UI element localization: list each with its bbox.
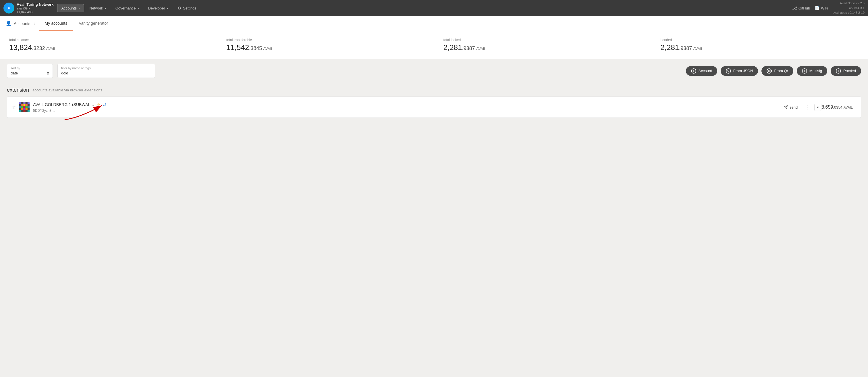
send-icon	[784, 105, 788, 109]
warning-icon: ⚠	[96, 102, 100, 107]
wiki-icon: 📄	[814, 6, 819, 10]
table-row: ☆	[7, 97, 861, 118]
developer-nav-item[interactable]: Developer ▾	[144, 4, 172, 12]
github-link[interactable]: ⎇ GitHub	[792, 5, 810, 11]
settings-nav-item[interactable]: ⚙ Settings	[174, 4, 200, 12]
accounts-section-label: 👤 Accounts	[6, 21, 30, 26]
tab-my-accounts-label: My accounts	[45, 21, 67, 26]
network-nav-item[interactable]: Network ▾	[85, 4, 110, 12]
stat-total-balance-unit: AVAIL	[46, 47, 56, 51]
network-nav-label: Network	[89, 6, 103, 10]
svg-rect-12	[28, 106, 30, 108]
stat-transferable-unit: AVAIL	[263, 47, 273, 51]
developer-nav-label: Developer	[148, 6, 165, 10]
from-qr-label: From Qr	[774, 69, 788, 73]
add-account-plus-icon: +	[691, 68, 696, 74]
svg-rect-11	[26, 106, 28, 108]
balance-decimal: .0354	[833, 105, 842, 110]
settings-gear-icon: ⚙	[178, 6, 181, 10]
github-label: GitHub	[799, 6, 810, 10]
from-json-refresh-icon: ↻	[726, 68, 731, 74]
stat-locked-whole: 2,281	[443, 43, 462, 52]
stat-locked-unit: AVAIL	[476, 47, 486, 51]
account-name-row: AVAIL GOLDBERG 1 (SUBWAL… ⚠ ⇄	[33, 102, 781, 107]
send-button[interactable]: send	[781, 104, 800, 111]
filter-control[interactable]: filter by name or tags	[57, 64, 155, 78]
multisig-button[interactable]: + Multisig	[797, 66, 827, 76]
navbar: Avail Turing Network avail/39 ▾ #1,047,4…	[0, 0, 868, 16]
governance-chevron-icon: ▾	[137, 7, 139, 10]
transfer-icon: ⇄	[103, 102, 106, 107]
stat-bonded-decimal: .9387	[679, 46, 692, 51]
svg-rect-4	[28, 102, 30, 104]
favorite-button[interactable]: ☆	[12, 104, 17, 110]
tab-vanity-generator-label: Vanity generator	[79, 21, 108, 26]
network-chevron-icon: ▾	[105, 7, 106, 10]
proxied-plus-icon: +	[836, 68, 841, 74]
wiki-label: Wiki	[821, 6, 828, 10]
accounts-nav-button[interactable]: Accounts ▾	[57, 4, 84, 12]
stat-total-balance-decimal: .3232	[32, 46, 45, 51]
stat-total-locked-label: total locked	[443, 38, 461, 42]
account-actions: send ⋮ ▾	[781, 103, 822, 112]
people-icon: 👤	[6, 21, 11, 26]
balance-display: 8,659.0354 AVAIL	[822, 105, 853, 110]
navbar-links: ⎇ GitHub 📄 Wiki	[792, 5, 828, 11]
stat-transferable-whole: 11,542	[226, 43, 249, 52]
from-qr-button[interactable]: ⊞ From Qr	[762, 66, 793, 76]
svg-rect-5	[21, 104, 23, 106]
add-account-button[interactable]: + Account	[686, 66, 717, 76]
toolbar-actions: + Account ↻ From JSON ⊞ From Qr + Multis…	[686, 66, 861, 76]
svg-rect-2	[19, 102, 21, 104]
stat-total-balance-label: total balance	[9, 38, 29, 42]
svg-rect-10	[23, 106, 25, 108]
wiki-link[interactable]: 📄 Wiki	[814, 6, 828, 10]
stat-locked-decimal: .9387	[462, 46, 475, 51]
svg-rect-8	[19, 106, 21, 108]
balance-unit: AVAIL	[844, 106, 853, 110]
svg-rect-17	[23, 110, 25, 112]
tab-my-accounts[interactable]: My accounts	[39, 16, 73, 31]
tabs-divider: ›	[34, 21, 36, 26]
extension-section-header: extension accounts available via browser…	[7, 87, 861, 93]
stat-total-balance-value: 13,824.3232AVAIL	[9, 43, 56, 52]
toolbar: sort by date filter by name or tags + Ac…	[0, 59, 868, 83]
filter-input[interactable]	[61, 71, 151, 75]
stat-bonded-label: bonded	[660, 38, 672, 42]
stat-bonded-whole: 2,281	[660, 43, 679, 52]
settings-nav-label: Settings	[183, 6, 196, 10]
version-line3: avail-apps v0.145.2-19	[833, 10, 865, 15]
brand-logo	[3, 3, 14, 13]
developer-chevron-icon: ▾	[167, 7, 168, 10]
stat-bonded-value: 2,281.9387AVAIL	[660, 43, 703, 52]
sort-control[interactable]: sort by date	[7, 64, 53, 78]
svg-rect-3	[23, 102, 25, 104]
accounts-nav-label: Accounts	[61, 6, 77, 10]
svg-rect-6	[23, 104, 25, 106]
stat-total-transferable-value: 11,542.3845AVAIL	[226, 43, 273, 52]
dropdown-button[interactable]: ▾	[814, 104, 822, 111]
more-options-button[interactable]: ⋮	[803, 103, 811, 112]
tab-vanity-generator[interactable]: Vanity generator	[73, 16, 114, 31]
governance-nav-item[interactable]: Governance ▾	[112, 4, 143, 12]
sort-arrows[interactable]	[47, 71, 49, 75]
account-address: 5DDY2yzh8…	[33, 109, 55, 113]
account-name: AVAIL GOLDBERG 1 (SUBWAL…	[33, 102, 94, 107]
brand-sub2: #1,047,483	[17, 10, 54, 14]
brand-text: Avail Turing Network avail/39 ▾ #1,047,4…	[17, 2, 54, 14]
sort-value-row: date	[11, 71, 49, 75]
svg-rect-16	[19, 110, 21, 112]
filter-label: filter by name or tags	[61, 66, 151, 70]
stats-row: total balance 13,824.3232AVAIL total tra…	[0, 31, 868, 59]
stat-total-locked-value: 2,281.9387AVAIL	[443, 43, 486, 52]
proxied-button[interactable]: + Proxied	[831, 66, 861, 76]
content: extension accounts available via browser…	[0, 83, 868, 122]
sort-arrow-down-icon	[47, 74, 49, 75]
stat-total-balance: total balance 13,824.3232AVAIL	[9, 38, 217, 52]
sort-arrow-up-icon	[47, 71, 49, 73]
section-label-text: Accounts	[14, 21, 30, 26]
from-json-button[interactable]: ↻ From JSON	[721, 66, 758, 76]
send-label: send	[789, 105, 798, 110]
stat-bonded: bonded 2,281.9387AVAIL	[651, 38, 859, 52]
svg-rect-7	[26, 104, 28, 106]
